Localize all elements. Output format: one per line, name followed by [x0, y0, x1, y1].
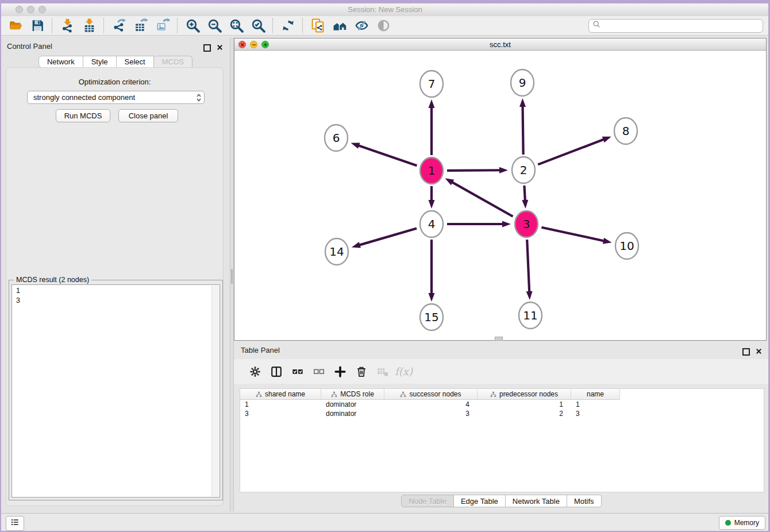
result-scrollbar[interactable] — [211, 286, 219, 496]
edge-4-3[interactable] — [447, 221, 511, 228]
zoom-in-icon[interactable] — [182, 17, 203, 34]
svg-text:3: 3 — [523, 217, 530, 231]
node-4[interactable]: 4 — [420, 211, 443, 237]
zoom-out-icon[interactable] — [203, 17, 225, 34]
tab-network[interactable]: Network — [38, 56, 83, 68]
table-cell[interactable]: 3 — [240, 409, 321, 418]
export-table-icon[interactable] — [130, 17, 152, 34]
select-all-icon[interactable] — [287, 363, 308, 381]
table-cell-filler — [620, 409, 764, 418]
select-chevrons-icon — [196, 93, 202, 102]
search-field[interactable] — [588, 19, 763, 33]
column-header-name[interactable]: name — [571, 389, 620, 400]
deselect-all-icon[interactable] — [308, 363, 329, 381]
delete-row-icon[interactable] — [351, 363, 372, 381]
window-frame-top — [0, 0, 770, 3]
close-panel-button[interactable]: Close panel — [118, 109, 178, 122]
refresh-icon[interactable] — [277, 17, 299, 34]
node-15[interactable]: 15 — [420, 304, 443, 330]
node-6[interactable]: 6 — [325, 125, 348, 151]
float-table-panel-icon[interactable] — [742, 348, 750, 356]
header-filler — [620, 389, 764, 400]
export-network-icon[interactable] — [108, 17, 130, 34]
splitter-grip[interactable] — [231, 269, 233, 284]
export-image-icon[interactable] — [152, 17, 174, 34]
edge-4-14[interactable] — [352, 229, 417, 248]
zoom-selected-icon[interactable] — [247, 17, 269, 34]
edge-1-4[interactable] — [429, 186, 435, 209]
table-cell[interactable]: dominator — [321, 409, 384, 418]
mcds-result-text[interactable]: 1 3 — [11, 284, 220, 498]
home-icon[interactable] — [329, 17, 351, 34]
close-panel-icon[interactable] — [217, 43, 223, 53]
network-canvas[interactable]: 1234678910111415 — [234, 51, 766, 340]
search-input[interactable] — [603, 21, 759, 30]
tab-edge-table[interactable]: Edge Table — [454, 495, 506, 507]
table-row[interactable]: 1dominator411 — [240, 400, 764, 409]
edge-1-7[interactable] — [429, 99, 435, 155]
task-history-button[interactable] — [6, 516, 24, 531]
network-resize-grip[interactable] — [495, 337, 503, 341]
memory-button[interactable]: Memory — [719, 516, 765, 530]
table-cell[interactable]: 4 — [384, 400, 478, 409]
edge-2-9[interactable] — [519, 98, 526, 155]
table-row[interactable]: 3dominator323 — [240, 409, 764, 418]
table-cell[interactable]: 1 — [478, 400, 571, 409]
edge-3-1[interactable] — [445, 178, 513, 216]
tab-mcds[interactable]: MCDS — [154, 56, 192, 68]
hide-graphics-details-icon[interactable] — [351, 17, 372, 34]
node-14[interactable]: 14 — [325, 238, 348, 265]
copy-network-icon[interactable] — [307, 17, 329, 34]
add-row-icon[interactable] — [329, 363, 351, 381]
tab-motifs[interactable]: Motifs — [567, 495, 602, 507]
node-7[interactable]: 7 — [420, 71, 443, 97]
column-header-predecessor-nodes[interactable]: predecessor nodes — [478, 389, 571, 400]
table-cell[interactable]: 1 — [571, 400, 620, 409]
gear-icon[interactable] — [244, 363, 265, 381]
run-mcds-button[interactable]: Run MCDS — [56, 109, 110, 122]
column-header-successor-nodes[interactable]: successor nodes — [384, 389, 478, 400]
edge-4-15[interactable] — [429, 240, 435, 302]
columns-icon[interactable] — [265, 363, 287, 381]
table-cell[interactable]: 3 — [384, 409, 478, 418]
node-11[interactable]: 11 — [519, 302, 542, 329]
zoom-fit-icon[interactable] — [225, 17, 247, 34]
svg-text:4: 4 — [428, 217, 436, 231]
edge-1-6[interactable] — [351, 142, 417, 165]
edge-2-3[interactable] — [522, 186, 528, 209]
edge-2-8[interactable] — [538, 137, 611, 165]
node-2[interactable]: 2 — [512, 157, 535, 183]
table-cell[interactable]: 1 — [240, 400, 321, 409]
table-toolbar: f(x) — [234, 359, 769, 384]
table-cell[interactable]: 2 — [478, 409, 571, 418]
criterion-select[interactable]: strongly connected component — [27, 91, 205, 104]
node-1[interactable]: 1 — [420, 157, 443, 184]
panel-splitter[interactable] — [230, 38, 234, 511]
column-header-shared-name[interactable]: shared name — [240, 389, 321, 400]
search-icon — [592, 20, 603, 31]
network-window-title: scc.txt — [234, 40, 766, 49]
tab-select[interactable]: Select — [117, 56, 154, 68]
import-network-icon[interactable] — [56, 17, 78, 34]
svg-text:6: 6 — [333, 131, 340, 145]
column-header-MCDS-role[interactable]: MCDS role — [321, 389, 384, 400]
table-cell[interactable]: dominator — [321, 400, 384, 409]
delete-table-icon — [372, 363, 393, 381]
node-9[interactable]: 9 — [511, 70, 534, 96]
tab-style[interactable]: Style — [83, 56, 117, 68]
edge-3-11[interactable] — [526, 240, 533, 300]
close-table-panel-icon[interactable] — [756, 346, 762, 357]
tab-network-table[interactable]: Network Table — [506, 495, 567, 507]
node-3[interactable]: 3 — [515, 211, 538, 237]
node-8[interactable]: 8 — [614, 118, 637, 144]
save-icon[interactable] — [26, 17, 48, 34]
float-panel-icon[interactable] — [203, 44, 211, 52]
edge-3-10[interactable] — [541, 228, 611, 244]
open-folder-icon[interactable] — [5, 17, 26, 34]
edge-1-2[interactable] — [447, 167, 508, 174]
node-10[interactable]: 10 — [615, 233, 638, 259]
tab-node-table[interactable]: Node Table — [401, 495, 454, 507]
control-panel-title: Control Panel — [7, 42, 52, 51]
table-cell[interactable]: 3 — [571, 409, 620, 418]
import-table-icon[interactable] — [78, 17, 100, 34]
